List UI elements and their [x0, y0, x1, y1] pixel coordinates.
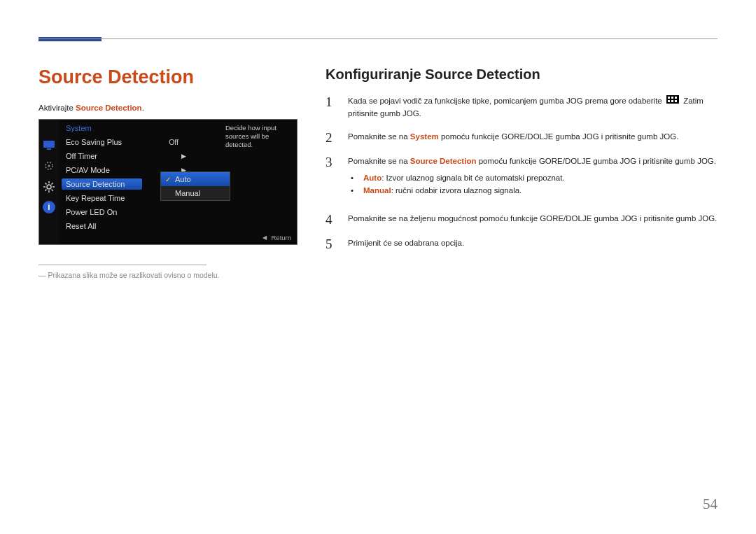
step-body: Kada se pojavi vodič za funkcijske tipke… — [348, 95, 718, 120]
osd-tooltip: Decide how input sources will be detecte… — [225, 124, 293, 149]
svg-rect-16 — [675, 97, 677, 99]
bullet-manual: Manual: ručni odabir izvora ulaznog sign… — [348, 184, 718, 197]
svg-rect-0 — [43, 141, 55, 148]
intro-highlight: Source Detection — [76, 104, 142, 112]
osd-menu-item: Power LED On — [66, 205, 297, 219]
svg-line-12 — [52, 183, 53, 184]
section-title: Source Detection — [38, 66, 298, 88]
svg-rect-17 — [668, 100, 670, 102]
svg-rect-19 — [675, 100, 677, 102]
osd-menu-item: Reset All — [66, 219, 297, 233]
step3-text-b: pomoću funkcije GORE/DOLJE gumba JOG i p… — [476, 157, 716, 165]
step-2: 2 Pomaknite se na System pomoću funkcije… — [326, 131, 718, 144]
osd-footer: ◀ Return — [262, 234, 291, 241]
osd-submenu-item: ✓Auto — [161, 172, 230, 186]
step3-highlight: Source Detection — [410, 157, 477, 165]
left-column: Source Detection Aktivirajte Source Dete… — [38, 66, 298, 279]
step-number: 1 — [326, 95, 338, 120]
svg-point-3 — [48, 165, 50, 167]
footnote: Prikazana slika može se razlikovati ovis… — [38, 271, 298, 279]
osd-tab-strip: i — [39, 120, 59, 244]
step-5: 5 Primijenit će se odabrana opcija. — [326, 237, 718, 251]
footnote-rule — [38, 265, 206, 265]
svg-rect-13 — [666, 95, 679, 104]
menu-grid-icon — [666, 95, 679, 107]
info-icon: i — [43, 201, 55, 213]
intro-prefix: Aktivirajte — [38, 104, 76, 112]
step1-text-a: Kada se pojavi vodič za funkcijske tipke… — [348, 97, 664, 105]
svg-line-11 — [45, 190, 46, 191]
intro-suffix: . — [142, 104, 144, 112]
rule-line — [38, 38, 718, 39]
osd-menu-item: Off Timer▶ — [66, 149, 297, 163]
top-rule — [38, 38, 718, 40]
step-body: Pomaknite se na Source Detection pomoću … — [348, 155, 718, 202]
svg-line-9 — [45, 183, 46, 184]
step2-text-b: pomoću funkcije GORE/DOLJE gumba JOG i p… — [439, 132, 679, 141]
steps-list: 1 Kada se pojavi vodič za funkcijske tip… — [326, 95, 718, 251]
page: Source Detection Aktivirajte Source Dete… — [0, 0, 756, 307]
osd-submenu: ✓AutoManual — [160, 171, 230, 201]
right-column: Konfiguriranje Source Detection 1 Kada s… — [326, 66, 718, 279]
svg-rect-1 — [47, 148, 51, 150]
osd-return-label: Return — [271, 234, 291, 241]
monitor-icon — [42, 138, 56, 152]
step-1: 1 Kada se pojavi vodič za funkcijske tip… — [326, 95, 718, 120]
bullet-list: Auto: Izvor ulaznog signala bit će autom… — [348, 171, 718, 197]
step-body: Primijenit će se odabrana opcija. — [348, 237, 718, 251]
bullet2-text: : ručni odabir izvora ulaznog signala. — [391, 186, 522, 195]
step2-text-a: Pomaknite se na — [348, 132, 410, 141]
step3-text-a: Pomaknite se na — [348, 157, 410, 165]
page-number: 54 — [703, 496, 718, 513]
step-3: 3 Pomaknite se na Source Detection pomoć… — [326, 155, 718, 202]
intro-text: Aktivirajte Source Detection. — [38, 104, 298, 112]
step-body: Pomaknite se na System pomoću funkcije G… — [348, 131, 718, 144]
rule-accent — [38, 37, 102, 41]
bullet1-highlight: Auto — [363, 174, 382, 182]
target-icon — [42, 159, 56, 173]
columns: Source Detection Aktivirajte Source Dete… — [38, 66, 718, 279]
bullet2-highlight: Manual — [363, 186, 391, 195]
step-number: 2 — [326, 131, 338, 144]
step-number: 4 — [326, 213, 338, 226]
svg-line-10 — [52, 190, 53, 191]
svg-rect-14 — [668, 97, 670, 99]
back-triangle-icon: ◀ — [262, 234, 267, 241]
step-body: Pomaknite se na željenu mogućnost pomoću… — [348, 213, 718, 226]
step-4: 4 Pomaknite se na željenu mogućnost pomo… — [326, 213, 718, 226]
step-number: 3 — [326, 155, 338, 202]
gear-icon — [42, 180, 56, 194]
svg-rect-18 — [671, 100, 673, 102]
step-number: 5 — [326, 237, 338, 251]
bullet-auto: Auto: Izvor ulaznog signala bit će autom… — [348, 171, 718, 184]
config-title: Konfiguriranje Source Detection — [326, 66, 718, 83]
osd-main: System Eco Saving PlusOffOff Timer▶PC/AV… — [59, 120, 297, 244]
step2-highlight: System — [410, 132, 439, 141]
bullet1-text: : Izvor ulaznog signala bit će automatsk… — [382, 174, 564, 182]
svg-point-4 — [47, 185, 51, 189]
svg-rect-15 — [671, 97, 673, 99]
osd-screenshot: i System Eco Saving PlusOffOff Timer▶PC/… — [38, 119, 298, 245]
osd-submenu-item: Manual — [161, 186, 230, 200]
